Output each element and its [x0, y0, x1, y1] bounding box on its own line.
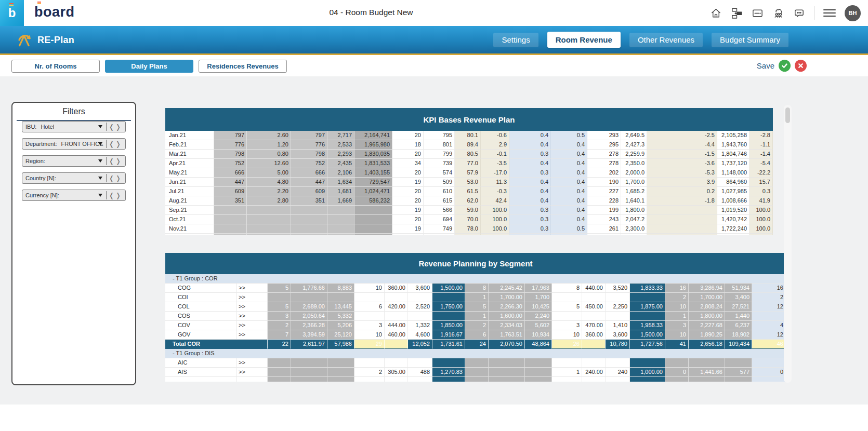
dropdown-arrow-icon[interactable] [98, 194, 102, 197]
kpi-cell[interactable]: 1,148,000 [717, 168, 749, 178]
drilldown-link[interactable]: >> [236, 284, 268, 293]
segment-cell[interactable] [354, 377, 385, 382]
next-icon[interactable]: ❭ [115, 139, 121, 149]
kpi-cell[interactable]: 295 [587, 140, 621, 150]
drilldown-link[interactable]: >> [236, 293, 268, 302]
drilldown-link[interactable]: >> [236, 302, 268, 312]
kpi-cell[interactable]: 1,900,870 [717, 234, 749, 235]
subtab-nr-of-rooms[interactable]: Nr. of Rooms [11, 60, 100, 73]
kpi-cell[interactable]: 20 [392, 196, 424, 206]
segment-cell[interactable] [354, 358, 385, 368]
prev-icon[interactable]: ❬ [109, 122, 114, 132]
segment-cell[interactable]: 305.00 [385, 368, 408, 377]
filter-currency[interactable]: Currency [N]: ❬ ❭ [22, 190, 126, 201]
kpi-cell[interactable]: 2,259.9 [621, 150, 647, 159]
kpi-cell[interactable]: 2,649.5 [621, 131, 647, 140]
tab-settings[interactable]: Settings [493, 33, 538, 47]
vertical-scrollbar[interactable] [784, 105, 792, 383]
team-icon[interactable] [772, 7, 784, 19]
prev-icon[interactable]: ❬ [109, 156, 114, 166]
segment-cell[interactable]: 460.00 [385, 330, 408, 340]
kpi-cell[interactable]: 1,800.0 [621, 206, 647, 215]
kpi-cell[interactable]: 20 [392, 234, 424, 235]
kpi-cell[interactable]: 199 [587, 206, 621, 215]
kpi-cell[interactable]: 278 [587, 159, 621, 168]
kpi-cell[interactable]: 2,427.3 [621, 140, 647, 150]
kpi-cell[interactable]: 509 [424, 178, 455, 187]
kpi-cell[interactable]: 202 [587, 168, 621, 178]
segment-cell[interactable]: 2 [354, 368, 385, 377]
kpi-cell[interactable]: 739 [424, 159, 455, 168]
kpi-cell[interactable]: 2,000.0 [621, 168, 647, 178]
kpi-cell[interactable]: 19 [392, 206, 424, 215]
note-card-icon[interactable] [752, 7, 764, 19]
tab-other-revenues[interactable]: Other Revenues [629, 33, 703, 47]
subtab-daily-plans[interactable]: Daily Plans [105, 60, 193, 73]
home-icon[interactable] [710, 7, 722, 19]
kpi-cell[interactable]: 20 [392, 168, 424, 178]
kpi-cell[interactable]: 20 [392, 215, 424, 224]
user-avatar[interactable]: BH [845, 5, 861, 21]
segment-cell[interactable]: 8 [552, 284, 582, 293]
segment-cell[interactable]: 1 [552, 368, 582, 377]
kpi-cell[interactable]: 261 [587, 224, 621, 234]
kpi-cell[interactable]: 293 [587, 131, 621, 140]
kpi-cell[interactable]: 243 [587, 215, 621, 224]
kpi-cell[interactable]: 801 [424, 140, 455, 150]
kpi-cell[interactable]: 574 [424, 168, 455, 178]
segment-cell[interactable]: 10 [354, 330, 385, 340]
segment-cell[interactable] [582, 293, 606, 302]
prev-icon[interactable]: ❬ [109, 139, 114, 149]
segment-cell[interactable] [552, 377, 582, 382]
segment-cell[interactable]: 240.00 [582, 368, 606, 377]
dropdown-arrow-icon[interactable] [98, 125, 102, 128]
segment-cell[interactable]: 470.00 [582, 321, 606, 330]
segment-cell[interactable] [354, 312, 385, 321]
segment-cell[interactable] [552, 312, 582, 321]
kpi-cell[interactable]: 1,685.2 [621, 187, 647, 196]
dropdown-arrow-icon[interactable] [98, 142, 102, 145]
segment-cell[interactable] [582, 377, 606, 382]
kpi-cell[interactable]: 20 [392, 131, 424, 140]
kpi-cell[interactable]: 795 [424, 131, 455, 140]
drilldown-link[interactable]: >> [236, 330, 268, 340]
prev-icon[interactable]: ❬ [109, 173, 114, 183]
dropdown-arrow-icon[interactable] [98, 159, 102, 163]
kpi-cell[interactable]: 228 [587, 196, 621, 206]
segment-cell[interactable] [582, 312, 606, 321]
kpi-cell[interactable]: 2,047.2 [621, 215, 647, 224]
segment-cell[interactable] [385, 358, 408, 368]
segment-cell[interactable] [552, 293, 582, 302]
kpi-cell[interactable]: 615 [424, 196, 455, 206]
kpi-cell[interactable]: 1,008,666 [717, 196, 749, 206]
kpi-cell[interactable]: 1,019,520 [717, 206, 749, 215]
segment-cell[interactable]: 360.00 [385, 284, 408, 293]
segment-cell[interactable] [582, 358, 606, 368]
kpi-cell[interactable]: 2,600.4 [621, 234, 647, 235]
kpi-cell[interactable]: 19 [392, 178, 424, 187]
segment-cell[interactable]: 444.00 [385, 321, 408, 330]
subtab-residences-revenues[interactable]: Residences Revenues [199, 60, 287, 73]
tab-room-revenue[interactable]: Room Revenue [547, 32, 621, 48]
kpi-cell[interactable]: 190 [587, 178, 621, 187]
kpi-cell[interactable]: 721 [424, 234, 455, 235]
workflow-icon[interactable] [731, 7, 743, 19]
kpi-cell[interactable]: 2,350.0 [621, 159, 647, 168]
kpi-cell[interactable]: 799 [424, 150, 455, 159]
kpi-cell[interactable]: 1,943,760 [717, 140, 749, 150]
kpi-cell[interactable]: 749 [424, 224, 455, 234]
segment-cell[interactable]: 450.00 [582, 302, 606, 312]
prev-icon[interactable]: ❬ [109, 190, 114, 200]
kpi-cell[interactable]: 227 [587, 187, 621, 196]
board-logo[interactable]: board [34, 4, 75, 20]
kpi-cell[interactable]: 270 [587, 234, 621, 235]
drilldown-link[interactable]: >> [236, 368, 268, 377]
dropdown-arrow-icon[interactable] [98, 177, 102, 180]
kpi-cell[interactable]: 2,105,258 [717, 131, 749, 140]
confirm-save-button[interactable] [779, 60, 791, 72]
kpi-cell[interactable]: 1,804,746 [717, 150, 749, 159]
filter-ibu[interactable]: IBU: Hotel ❬ ❭ [22, 121, 126, 132]
board-logo-mark[interactable]: b [0, 0, 24, 26]
segment-cell[interactable]: 6 [354, 302, 385, 312]
tab-budget-summary[interactable]: Budget Summary [712, 33, 788, 47]
